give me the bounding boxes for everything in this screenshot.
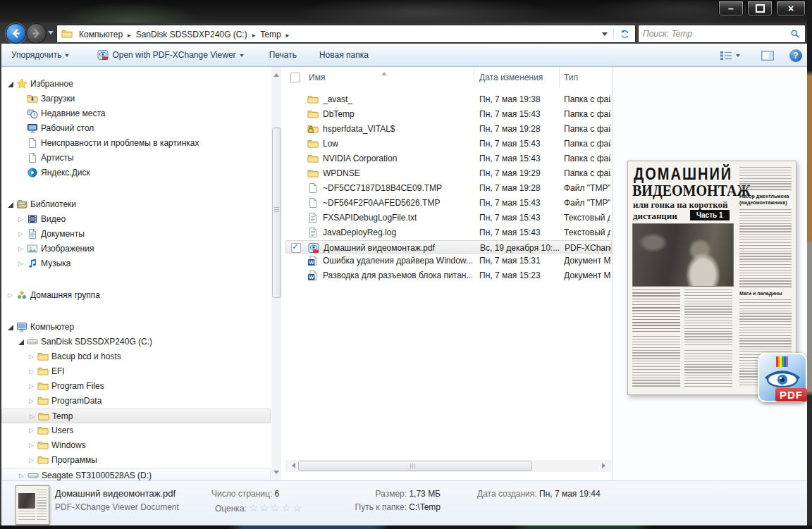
file-row[interactable]: ~DF564F2F0AAFED5626.TMPПн, 7 мая 15:43Фа… — [285, 196, 612, 211]
expander-closed-icon[interactable] — [18, 471, 27, 480]
minimize-button[interactable]: – — [718, 1, 744, 16]
file-size: Размер: 1,73 МБ — [321, 489, 441, 499]
breadcrumb-separator-icon[interactable]: ▸ — [125, 32, 133, 39]
sidebar-item-homegroup[interactable]: Домашняя группа — [1, 288, 271, 303]
sidebar-item-yandex-disk[interactable]: Яндекс.Диск — [1, 166, 271, 180]
title-bar[interactable]: – × — [0, 0, 812, 23]
expander-closed-icon[interactable] — [28, 440, 37, 450]
search-icon[interactable] — [790, 29, 800, 39]
scroll-down-icon[interactable] — [273, 471, 279, 477]
help-button[interactable]: ? — [789, 49, 802, 62]
column-header-type[interactable]: Тип — [564, 73, 578, 82]
maximize-button[interactable] — [747, 1, 773, 16]
close-button[interactable]: × — [776, 1, 806, 16]
refresh-button[interactable] — [614, 26, 635, 42]
scroll-left-icon[interactable] — [289, 463, 295, 468]
select-all-checkbox[interactable] — [290, 73, 300, 82]
breadcrumb-item[interactable]: Компьютер — [76, 30, 125, 39]
expander-open-icon[interactable] — [7, 322, 16, 332]
recent-pages-dropdown-icon[interactable] — [48, 31, 54, 37]
star-rating-icons[interactable]: ☆☆☆☆☆ — [249, 502, 304, 514]
sidebar-item-disk-d[interactable]: Seagate ST31000528AS (D:) — [1, 468, 271, 480]
file-row[interactable]: JavaDeployReg.logПн, 7 мая 15:43Текстовы… — [285, 225, 612, 240]
sidebar-item-disk-c[interactable]: SanDisk SDSSDXP240G (C:) — [1, 335, 271, 349]
sidebar-item-bacup[interactable]: Bacup bcd и hosts — [1, 349, 271, 364]
organize-button[interactable]: Упорядочить — [6, 47, 75, 63]
column-header-name[interactable]: Имя — [309, 73, 325, 82]
scroll-up-icon[interactable] — [273, 70, 279, 77]
sidebar-item-video[interactable]: Видео — [1, 212, 271, 227]
column-divider[interactable] — [559, 67, 560, 87]
expander-open-icon[interactable] — [7, 79, 16, 89]
expander-closed-icon[interactable] — [7, 290, 16, 300]
file-row[interactable]: hsperfdata_VITAL$Пн, 7 мая 19:28Папка с … — [285, 122, 612, 137]
expander-closed-icon[interactable] — [28, 396, 37, 406]
expander-closed-icon[interactable] — [28, 381, 37, 391]
sidebar-scrollbar[interactable] — [271, 67, 281, 480]
file-row[interactable]: _avast_Пн, 7 мая 19:38Папка с фай — [285, 92, 612, 107]
sidebar-item-downloads[interactable]: Загрузки — [1, 92, 271, 106]
file-row[interactable]: FXSAPIDebugLogFile.txtПн, 7 мая 15:43Тек… — [285, 211, 612, 225]
expander-open-icon[interactable] — [18, 337, 26, 347]
sidebar-item-artists[interactable]: Артисты — [1, 151, 271, 166]
folder-path: Путь к папке: C:\Temp — [321, 502, 441, 512]
horizontal-scrollbar-thumb[interactable] — [298, 461, 532, 471]
address-bar[interactable]: Компьютер▸SanDisk SDSSDXP240G (C:)▸Temp▸ — [56, 25, 636, 43]
sidebar-item-documents[interactable]: Документы — [1, 227, 271, 242]
file-row[interactable]: NVIDIA CorporationПн, 7 мая 15:43Папка с… — [285, 151, 612, 166]
breadcrumb-separator-icon[interactable]: ▸ — [284, 32, 292, 39]
sidebar-item-pictures[interactable]: Изображения — [1, 242, 271, 256]
sidebar-item-music[interactable]: Музыка — [1, 256, 271, 271]
expander-closed-icon[interactable] — [28, 425, 37, 435]
sidebar-item-users[interactable]: Users — [1, 423, 271, 438]
sidebar-item-label: Компьютер — [30, 322, 74, 332]
expander-closed-icon[interactable] — [18, 214, 26, 224]
file-checkbox-checked[interactable]: ✓ — [291, 243, 301, 253]
expander-closed-icon[interactable] — [28, 351, 37, 361]
folder-icon — [37, 380, 49, 392]
expander-closed-icon[interactable] — [28, 366, 37, 376]
sidebar-item-windows[interactable]: Windows — [1, 438, 271, 453]
column-divider[interactable] — [474, 67, 474, 87]
breadcrumb-item[interactable]: SanDisk SDSSDXP240G (C:) — [133, 30, 250, 39]
forward-button[interactable] — [26, 23, 47, 44]
expander-closed-icon[interactable] — [18, 259, 26, 268]
sidebar-item-faults-pictures[interactable]: Неисправности и проблемы в картинках — [1, 136, 271, 151]
sidebar-item-program-files[interactable]: Program Files — [1, 379, 271, 394]
expander-closed-icon[interactable] — [18, 244, 26, 254]
column-header-date[interactable]: Дата изменения — [479, 73, 543, 82]
expander-closed-icon[interactable] — [28, 455, 37, 465]
file-row[interactable]: WОшибка удаления драйвера Window...Пн, 7… — [285, 254, 612, 268]
new-folder-button[interactable]: Новая папка — [314, 47, 374, 63]
sidebar-item-recent-places[interactable]: Недавние места — [1, 106, 271, 121]
sidebar-item-programmy[interactable]: Программы — [1, 453, 271, 468]
breadcrumb-separator-icon[interactable]: ▸ — [250, 32, 258, 39]
address-dropdown-icon[interactable] — [602, 32, 608, 39]
sidebar-item-temp[interactable]: Temp — [1, 409, 271, 423]
open-with-button[interactable]: Open with PDF-XChange Viewer — [92, 46, 249, 63]
expander-closed-icon[interactable] — [29, 411, 37, 421]
print-button[interactable]: Печать — [264, 47, 302, 63]
file-row[interactable]: ✓Домашний видеомонтаж.pdfВс, 19 декабря … — [285, 240, 612, 254]
horizontal-scrollbar[interactable] — [285, 460, 612, 472]
sidebar-scrollbar-thumb[interactable] — [272, 127, 281, 298]
preview-pane-toggle-button[interactable] — [756, 48, 780, 63]
search-input[interactable] — [639, 29, 790, 39]
file-row[interactable]: DbTempПн, 7 мая 15:43Папка с фай — [285, 107, 612, 122]
file-row[interactable]: LowПн, 7 мая 15:43Папка с фай — [285, 137, 612, 151]
sidebar-item-computer[interactable]: Компьютер — [1, 320, 271, 335]
back-button[interactable] — [6, 23, 26, 44]
file-row[interactable]: ~DF5CC7187D18B4CE09.TMPПн, 7 мая 19:28Фа… — [285, 181, 612, 196]
expander-open-icon[interactable] — [7, 199, 16, 209]
expander-closed-icon[interactable] — [18, 229, 26, 239]
file-row[interactable]: WPDNSEПн, 7 мая 19:29Папка с фай — [285, 166, 612, 181]
sidebar-item-favorites[interactable]: Избранное — [1, 77, 271, 92]
file-row[interactable]: WРазводка для разъемов блока питан...Пн,… — [285, 268, 612, 283]
sidebar-item-programdata[interactable]: ProgramData — [1, 394, 271, 409]
sidebar-item-efi[interactable]: EFI — [1, 364, 271, 379]
scroll-right-icon[interactable] — [602, 463, 608, 468]
breadcrumb-item[interactable]: Temp — [257, 30, 283, 39]
sidebar-item-desktop[interactable]: Рабочий стол — [1, 121, 271, 136]
change-view-button[interactable] — [714, 48, 746, 63]
sidebar-item-libraries[interactable]: Библиотеки — [1, 197, 271, 212]
